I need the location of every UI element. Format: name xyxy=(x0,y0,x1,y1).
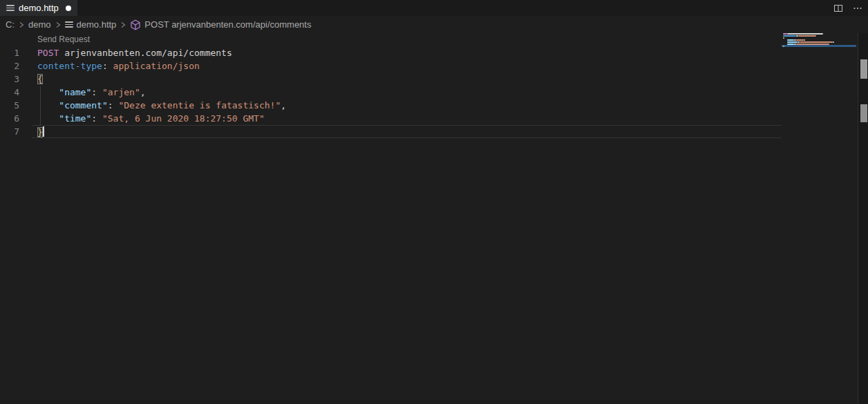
code-token: : xyxy=(91,87,102,97)
chevron-right-icon xyxy=(118,20,128,30)
minimap-token xyxy=(783,35,796,37)
minimap-token xyxy=(783,37,784,39)
split-editor-button[interactable] xyxy=(833,3,843,13)
code-token: "name" xyxy=(59,87,91,97)
minimap-token xyxy=(787,41,797,43)
current-line-content[interactable]: } xyxy=(32,125,782,138)
minimap-token xyxy=(800,41,833,43)
code-token: content-type xyxy=(37,61,102,71)
editor-actions xyxy=(833,0,862,16)
overview-ruler-mark xyxy=(860,59,867,79)
code-token: arjenvanbenten.com/api/comments xyxy=(59,48,232,58)
breadcrumb-symbol-label: POST arjenvanbenten.com/api/comments xyxy=(144,19,311,30)
breadcrumbs: C: demo demo.http POST arjenvanbenten.co… xyxy=(0,16,868,33)
code-line-7[interactable]: 7} xyxy=(0,125,782,138)
code-token: "comment" xyxy=(59,100,107,110)
tab-label: demo.http xyxy=(19,3,59,13)
http-file-icon xyxy=(65,21,73,28)
overview-ruler[interactable] xyxy=(858,33,868,404)
overview-ruler-mark xyxy=(860,104,867,122)
editor[interactable]: Send Request 1POST arjenvanbenten.com/ap… xyxy=(0,33,868,404)
line-content[interactable]: "name": "arjen", xyxy=(32,86,782,99)
breadcrumb-file-label: demo.http xyxy=(77,19,117,30)
line-number: 3 xyxy=(0,73,32,86)
split-editor-icon xyxy=(833,3,843,13)
minimap-token xyxy=(798,35,816,37)
line-content[interactable]: POST arjenvanbenten.com/api/comments xyxy=(32,46,782,59)
tab-demo-http[interactable]: demo.http xyxy=(0,0,77,16)
send-request-codelens[interactable]: Send Request xyxy=(0,33,868,46)
code-line-1[interactable]: 1POST arjenvanbenten.com/api/comments xyxy=(0,46,782,59)
line-number: 2 xyxy=(0,59,32,73)
line-number: 4 xyxy=(0,86,32,99)
code-token: "arjen" xyxy=(102,87,140,97)
symbol-cube-icon xyxy=(130,19,141,30)
line-content[interactable]: { xyxy=(32,73,782,86)
code-token: : xyxy=(102,61,113,71)
minimap-token xyxy=(804,39,805,41)
code-token: , xyxy=(140,87,146,97)
minimap-token xyxy=(787,33,822,35)
breadcrumb-item-folder[interactable]: demo xyxy=(28,19,51,30)
code-token: POST xyxy=(37,48,59,58)
code-token: : xyxy=(108,100,119,110)
line-number: 1 xyxy=(0,46,32,59)
line-number: 6 xyxy=(0,112,32,125)
more-actions-button[interactable] xyxy=(853,3,862,13)
line-content[interactable]: "time": "Sat, 6 Jun 2020 18:27:50 GMT" xyxy=(32,112,782,125)
code-line-5[interactable]: 5 "comment": "Deze extentie is fatastisc… xyxy=(0,99,782,112)
matched-bracket: { xyxy=(37,74,43,84)
code-line-2[interactable]: 2content-type: application/json xyxy=(0,59,782,73)
code-token: "Sat, 6 Jun 2020 18:27:50 GMT" xyxy=(102,113,265,124)
line-content[interactable]: content-type: application/json xyxy=(32,59,782,73)
matched-bracket: } xyxy=(37,127,43,137)
code-token: "Deze extentie is fatastisch!" xyxy=(118,100,281,110)
line-content[interactable]: "comment": "Deze extentie is fatastisch!… xyxy=(32,99,782,112)
code-token: : xyxy=(91,113,102,124)
minimap-token xyxy=(783,46,784,47)
chevron-right-icon xyxy=(53,20,63,30)
code-lines: 1POST arjenvanbenten.com/api/comments2co… xyxy=(0,46,782,138)
breadcrumb-item-file[interactable]: demo.http xyxy=(65,19,117,30)
http-file-icon xyxy=(6,5,15,11)
breadcrumb-item-drive[interactable]: C: xyxy=(6,19,15,30)
breadcrumb-item-symbol[interactable]: POST arjenvanbenten.com/api/comments xyxy=(130,19,311,30)
minimap-current-line-highlight xyxy=(782,45,856,47)
modified-indicator-dot[interactable] xyxy=(66,6,71,11)
ellipsis-icon xyxy=(853,3,862,13)
minimap[interactable] xyxy=(782,33,856,404)
code-token: application/json xyxy=(113,61,200,71)
text-caret xyxy=(43,126,44,137)
code-line-4[interactable]: 4 "name": "arjen", xyxy=(0,86,782,99)
line-number: 5 xyxy=(0,99,32,112)
minimap-token xyxy=(796,39,804,41)
code-line-3[interactable]: 3{ xyxy=(0,73,782,86)
line-number: 7 xyxy=(0,125,32,138)
code-line-6[interactable]: 6 "time": "Sat, 6 Jun 2020 18:27:50 GMT" xyxy=(0,112,782,125)
minimap-token xyxy=(833,41,834,43)
tab-bar: demo.http xyxy=(0,0,868,16)
code-token: , xyxy=(281,100,286,110)
minimap-token xyxy=(787,39,794,41)
code-token: "time" xyxy=(59,113,91,124)
chevron-right-icon xyxy=(17,20,26,30)
indent-guide xyxy=(40,86,41,125)
